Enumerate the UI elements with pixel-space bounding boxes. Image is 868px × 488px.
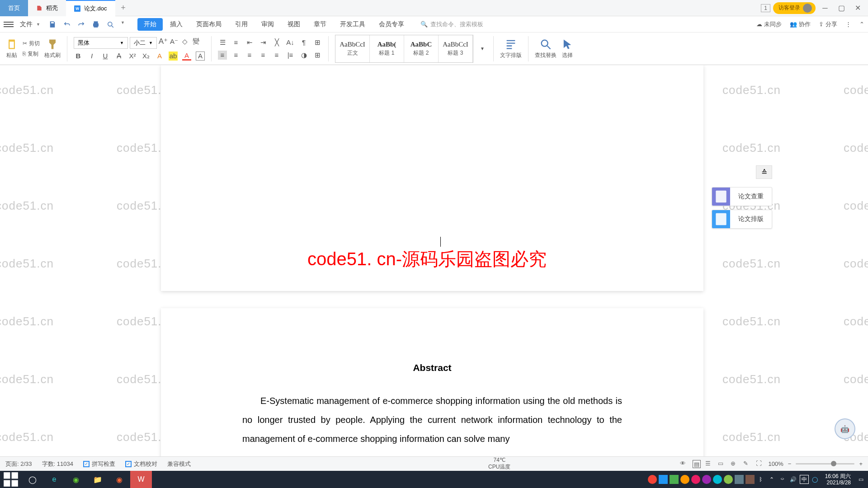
menu-tab-member[interactable]: 会员专享: [373, 18, 410, 31]
start-button[interactable]: [0, 471, 22, 488]
tray-icon-9[interactable]: [735, 475, 744, 484]
tab-add[interactable]: +: [115, 3, 132, 13]
italic-button[interactable]: I: [87, 52, 96, 61]
strikethrough-button[interactable]: A̶: [114, 52, 123, 61]
ime-indicator[interactable]: 中: [800, 475, 809, 484]
unsync-button[interactable]: ☁未同步: [756, 20, 782, 28]
style-heading1[interactable]: AaBb(标题 1: [370, 35, 404, 62]
tray-icon-5[interactable]: [691, 475, 700, 484]
numbering-icon[interactable]: ≡: [231, 38, 241, 47]
align-left-icon[interactable]: ≡: [218, 51, 227, 60]
tab-doc[interactable]: W 论文.doc: [66, 0, 115, 16]
menu-tab-start[interactable]: 开始: [137, 18, 163, 31]
file-dropdown-icon[interactable]: ▼: [36, 22, 40, 27]
format-painter-icon[interactable]: [46, 38, 59, 51]
tab-dk[interactable]: 稻壳: [28, 0, 66, 16]
collab-button[interactable]: 👥协作: [790, 20, 811, 28]
shrink-font-icon[interactable]: A⁻: [170, 37, 179, 46]
close-button[interactable]: ✕: [851, 1, 864, 15]
text-layout-label[interactable]: 文字排版: [500, 52, 522, 59]
grow-font-icon[interactable]: A⁺: [159, 37, 168, 46]
tab-home[interactable]: 首页: [0, 0, 28, 16]
maximize-button[interactable]: ▢: [835, 1, 848, 15]
bullets-icon[interactable]: ☰: [218, 38, 227, 47]
app-icon[interactable]: ◉: [108, 471, 130, 488]
tray-icon-10[interactable]: [745, 475, 755, 484]
sort-icon[interactable]: A↓: [286, 38, 295, 47]
select-label[interactable]: 选择: [562, 52, 573, 59]
cortana-icon[interactable]: ◯: [22, 471, 43, 488]
tray-icon-3[interactable]: [670, 475, 679, 484]
command-search[interactable]: 🔍 查找命令、搜索模板: [420, 20, 483, 28]
menu-tab-pagelayout[interactable]: 页面布局: [190, 18, 228, 31]
zoom-slider[interactable]: [796, 463, 854, 465]
wps-icon[interactable]: W: [130, 471, 152, 488]
page-indicator[interactable]: 页面: 2/33: [5, 460, 32, 468]
browser-icon[interactable]: ◉: [65, 471, 87, 488]
side-collapse-button[interactable]: ≙: [756, 165, 772, 179]
tray-icon-2[interactable]: [659, 475, 668, 484]
cut-button[interactable]: ✂剪切: [23, 40, 40, 47]
share-button[interactable]: ⇪分享: [819, 20, 837, 28]
paper-check-card[interactable]: 论文查重: [712, 187, 772, 206]
notifications-icon[interactable]: ▭: [856, 475, 865, 484]
menu-tab-reference[interactable]: 引用: [229, 18, 254, 31]
tray-search-icon[interactable]: ◯: [811, 475, 820, 484]
login-button[interactable]: 访客登录: [773, 2, 816, 14]
zoom-level[interactable]: 100%: [769, 460, 783, 467]
style-more-icon[interactable]: ▼: [478, 44, 487, 53]
style-heading3[interactable]: AaBbCcI标题 3: [439, 35, 473, 62]
font-select[interactable]: 黑体▼: [74, 37, 128, 49]
qat-dropdown-icon[interactable]: ▼: [121, 20, 125, 28]
ie-icon[interactable]: e: [43, 471, 65, 488]
doc-proof-toggle[interactable]: ✓文档校对: [125, 460, 157, 468]
align-right-icon[interactable]: ≡: [245, 51, 254, 60]
paper-layout-card[interactable]: 论文排版: [712, 210, 772, 229]
shading-icon[interactable]: ◑: [299, 51, 308, 60]
outline-icon[interactable]: ☰: [705, 460, 713, 468]
web-icon[interactable]: ⊕: [731, 460, 739, 468]
align-justify-icon[interactable]: ≡: [259, 51, 268, 60]
file-menu[interactable]: 文件: [17, 20, 35, 28]
cpu-temp-widget[interactable]: 74℃ CPU温度: [488, 457, 510, 471]
print-icon[interactable]: [92, 20, 100, 28]
font-size-select[interactable]: 小二▼: [130, 37, 157, 49]
tray-icon-8[interactable]: [724, 475, 733, 484]
align-center-icon[interactable]: ≡: [231, 51, 241, 60]
spell-check-toggle[interactable]: ✓拼写检查: [83, 460, 115, 468]
text-layout-icon[interactable]: [505, 38, 517, 51]
increase-indent-icon[interactable]: ⇥: [259, 38, 268, 47]
superscript-button[interactable]: X²: [128, 52, 137, 61]
line-spacing-icon[interactable]: |≡: [286, 51, 295, 60]
style-heading2[interactable]: AaBbC标题 2: [404, 35, 439, 62]
floating-help-button[interactable]: 🤖: [835, 418, 855, 439]
menu-tab-chapter[interactable]: 章节: [307, 18, 333, 31]
volume-icon[interactable]: 🔊: [789, 475, 798, 484]
save-icon[interactable]: [48, 20, 57, 28]
read-icon[interactable]: ▭: [718, 460, 726, 468]
zoom-in-button[interactable]: +: [859, 460, 863, 467]
paragraph-icon[interactable]: ¶: [299, 38, 308, 47]
explorer-icon[interactable]: 📁: [87, 471, 108, 488]
style-gallery[interactable]: AaBbCcI正文 AaBb(标题 1 AaBbC标题 2 AaBbCcI标题 …: [335, 35, 473, 63]
clock[interactable]: 16:06 周六 2021/8/28: [821, 473, 854, 486]
show-marks-icon[interactable]: ⊞: [313, 38, 322, 47]
tray-icon-7[interactable]: [713, 475, 722, 484]
bluetooth-icon[interactable]: ᛒ: [756, 475, 765, 484]
clear-format-icon[interactable]: ◇: [180, 37, 189, 46]
asian-layout-icon[interactable]: ╳: [272, 38, 281, 47]
collapse-ribbon-icon[interactable]: ⌃: [859, 21, 864, 28]
char-shading-button[interactable]: A: [196, 52, 205, 61]
text-effects-button[interactable]: A: [155, 52, 164, 61]
menu-tab-review[interactable]: 审阅: [255, 18, 280, 31]
zoom-out-button[interactable]: −: [788, 460, 792, 467]
menu-tab-view[interactable]: 视图: [281, 18, 307, 31]
align-distribute-icon[interactable]: ≡: [272, 51, 281, 60]
subscript-button[interactable]: X₂: [142, 52, 151, 61]
redo-icon[interactable]: [77, 20, 85, 28]
preview-icon[interactable]: [106, 20, 114, 28]
tray-icon-6[interactable]: [702, 475, 711, 484]
paste-icon[interactable]: [5, 38, 18, 51]
find-icon[interactable]: [539, 38, 552, 51]
underline-button[interactable]: U: [101, 52, 110, 61]
